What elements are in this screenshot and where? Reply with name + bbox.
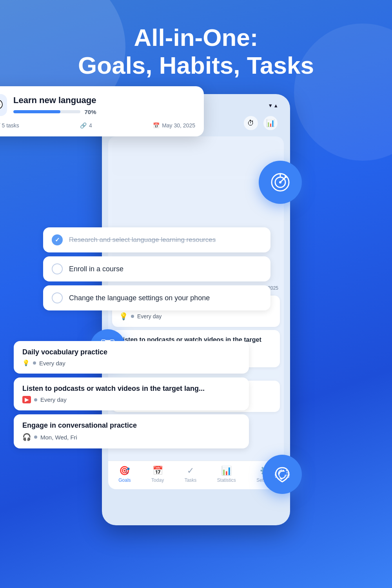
floating-tasks-card: Research and select language learning re…: [43, 227, 270, 314]
habit-card-3: Engage in conversational practice 🎧 Mon,…: [14, 414, 249, 448]
floating-goal-card: 💬 Learn new language 70% 📋 2 / 5 tasks 🔗…: [0, 86, 204, 136]
goal-progress-row: 70%: [13, 109, 96, 115]
history-icon[interactable]: ⏱: [244, 116, 258, 130]
goal-card-title: Learn new language: [13, 95, 96, 105]
habit-card-icon-1: 💡: [22, 359, 30, 367]
task-label-1: Research and select language learning re…: [69, 236, 216, 244]
task-label-3: Change the language settings on your pho…: [69, 294, 210, 302]
svg-point-6: [285, 176, 287, 178]
habit-card-freq-label-1: Every day: [39, 360, 65, 367]
habit-card-icon-3: 🎧: [22, 433, 31, 441]
task-checkbox-1[interactable]: [52, 234, 63, 245]
goal-card-header: 💬 Learn new language 70%: [0, 94, 195, 116]
habit-dot-1: [131, 315, 134, 318]
links-footer-icon: 🔗: [80, 122, 87, 129]
wifi-icon: ▾: [269, 102, 272, 109]
habit-freq-dot-2: [34, 398, 37, 401]
nav-statistics[interactable]: 📊 Statistics: [217, 466, 236, 483]
habit-card-title-1: Daily vocabulary practice: [22, 348, 240, 356]
nav-goals-label: Goals: [118, 477, 131, 483]
tasks-nav-icon: ✓: [187, 466, 194, 476]
hero-line2: Goals, Habits, Tasks: [78, 52, 314, 79]
due-date-item: 📅 May 30, 2025: [153, 122, 195, 129]
tasks-count-label: 2 / 5 tasks: [0, 122, 19, 129]
chart-icon[interactable]: 📊: [263, 116, 278, 130]
progress-percent: 70%: [84, 109, 96, 115]
habit-card-title-3: Engage in conversational practice: [22, 421, 240, 430]
due-date-label: May 30, 2025: [162, 122, 195, 129]
nav-tasks[interactable]: ✓ Tasks: [185, 466, 197, 483]
habit-card-freq-label-3: Mon, Wed, Fri: [40, 434, 77, 441]
task-item-2[interactable]: Enroll in a course: [43, 256, 270, 281]
links-count-item: 🔗 4: [80, 122, 92, 129]
hero-title: All-in-One: Goals, Habits, Tasks: [16, 24, 376, 80]
links-count-label: 4: [89, 122, 92, 129]
nav-today-label: Today: [151, 477, 164, 483]
goals-icon: 🎯: [119, 466, 130, 476]
floating-habits-area: Daily vocabulary practice 💡 Every day Li…: [14, 341, 249, 452]
habit-card-freq-3: 🎧 Mon, Wed, Fri: [22, 433, 240, 441]
task-label-2: Enroll in a course: [69, 265, 123, 273]
goal-feature-icon: [259, 161, 302, 204]
habit-card-2: Listen to podcasts or watch videos in th…: [14, 377, 249, 410]
header-icons[interactable]: ⏱ 📊: [244, 116, 278, 130]
goal-card-icon: 💬: [0, 94, 7, 116]
habit-card-freq-label-2: Every day: [40, 396, 67, 403]
svg-marker-14: [279, 478, 283, 480]
habit-card-freq-1: 💡 Every day: [22, 359, 240, 367]
task-item-1[interactable]: Research and select language learning re…: [43, 227, 270, 252]
progress-bar-fill: [13, 110, 60, 113]
today-icon: 📅: [152, 466, 163, 476]
nav-tasks-label: Tasks: [185, 477, 197, 483]
habit-card-icon-2: ▶: [22, 396, 31, 403]
status-icons: ▾ ▴: [269, 102, 278, 109]
tasks-count-item: 📋 2 / 5 tasks: [0, 122, 19, 129]
task-checkbox-3[interactable]: [52, 292, 63, 303]
habit-freq-dot-3: [34, 436, 37, 439]
goal-section-bg: [112, 140, 280, 176]
signal-icon: ▴: [274, 102, 278, 109]
habit-card-freq-2: ▶ Every day: [22, 396, 240, 403]
stats-nav-icon: 📊: [221, 466, 232, 476]
bottom-nav[interactable]: 🎯 Goals 📅 Today ✓ Tasks 📊 Statistics ⚙️: [108, 461, 284, 489]
goal-card-footer: 📋 2 / 5 tasks 🔗 4 📅 May 30, 2025: [0, 122, 195, 129]
task-checkbox-2[interactable]: [52, 263, 63, 274]
progress-bar-bg: [13, 110, 80, 113]
nav-today[interactable]: 📅 Today: [151, 466, 164, 483]
habit-card-title-2: Listen to podcasts or watch videos in th…: [22, 385, 240, 393]
hero-section: All-in-One: Goals, Habits, Tasks: [0, 0, 392, 91]
calendar-footer-icon: 📅: [153, 122, 160, 129]
nav-goals[interactable]: 🎯 Goals: [118, 466, 131, 483]
hero-line1: All-in-One:: [134, 24, 258, 51]
habits-feature-icon: [263, 455, 302, 494]
habit-freq-dot-1: [33, 361, 36, 365]
task-item-3[interactable]: Change the language settings on your pho…: [43, 285, 270, 310]
nav-stats-label: Statistics: [217, 477, 236, 483]
habit-card-1: Daily vocabulary practice 💡 Every day: [14, 341, 249, 374]
